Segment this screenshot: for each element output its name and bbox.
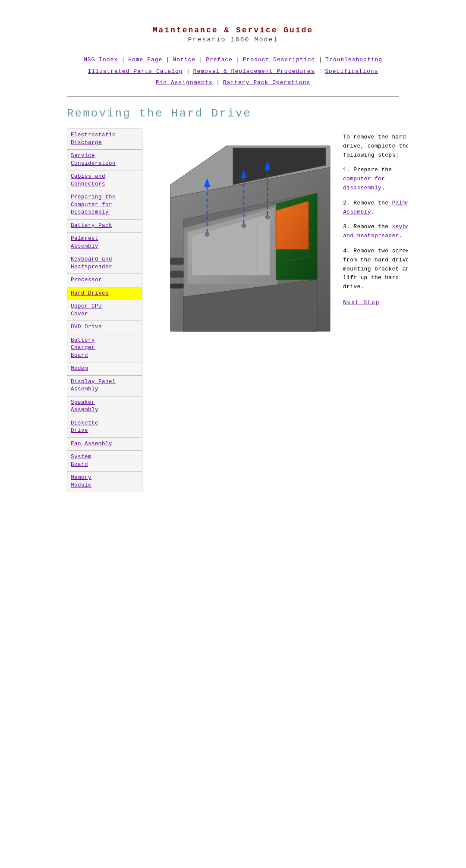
header: Maintenance & Service Guide Presario 166…: [67, 26, 399, 44]
sidebar-item-battery-pack[interactable]: Battery Pack: [67, 220, 142, 233]
svg-point-25: [265, 215, 270, 219]
sidebar-item-preparing-computer[interactable]: Preparing theComputer forDisassembly: [67, 191, 142, 220]
sidebar-item-upper-cpu-cover[interactable]: Upper CPUCover: [67, 300, 142, 321]
next-step-link[interactable]: Next Step: [343, 299, 380, 306]
step-3: 3. Remove the keyboard and heatspreader.: [343, 223, 408, 241]
svg-rect-27: [170, 258, 183, 264]
svg-point-22: [242, 223, 246, 228]
nav-msg-index[interactable]: MSG Index: [84, 57, 118, 63]
instructions-panel: To remove the hard drive, complete the f…: [341, 129, 408, 312]
sidebar-item-system-board[interactable]: SystemBoard: [67, 451, 142, 472]
sidebar-item-modem[interactable]: Modem: [67, 362, 142, 376]
next-step-container: Next Step: [343, 298, 408, 308]
nav-specifications[interactable]: Specifications: [325, 68, 378, 75]
instructions-intro: To remove the hard drive, complete the f…: [343, 133, 408, 160]
sidebar-item-display-panel[interactable]: Display PanelAssembly: [67, 376, 142, 396]
nav-notice[interactable]: Notice: [173, 57, 195, 63]
sidebar-item-hard-drives[interactable]: Hard Drives: [67, 287, 142, 301]
sub-title: Presario 1660 Model: [67, 36, 399, 44]
step-1: 1. Prepare the computer for disassembly.: [343, 166, 408, 192]
nav-illustrated-parts[interactable]: Illustrated Parts Catalog: [88, 68, 183, 75]
diagram-area: [142, 129, 341, 355]
step1-link[interactable]: computer for disassembly: [343, 176, 385, 191]
sidebar: ElectrostaticDischarge ServiceConsiderat…: [67, 129, 142, 492]
sidebar-item-keyboard-heatspreader[interactable]: Keyboard andHeatspreader: [67, 253, 142, 274]
svg-point-19: [205, 232, 209, 236]
sidebar-item-speaker[interactable]: SpeakerAssembly: [67, 396, 142, 417]
sidebar-item-diskette-drive[interactable]: DisketteDrive: [67, 417, 142, 438]
nav-pin-assignments[interactable]: Pin Assignments: [156, 79, 213, 86]
svg-rect-29: [170, 284, 183, 288]
sidebar-item-electrostatic[interactable]: ElectrostaticDischarge: [67, 129, 142, 150]
sidebar-item-palmrest[interactable]: PalmrestAssembly: [67, 233, 142, 253]
sidebar-item-fan-assembly[interactable]: Fan Assembly: [67, 438, 142, 451]
content-area: To remove the hard drive, complete the f…: [142, 129, 408, 355]
nav-home-page[interactable]: Home Page: [128, 57, 162, 63]
svg-rect-28: [170, 271, 183, 277]
divider: [67, 96, 399, 97]
main-title: Maintenance & Service Guide: [67, 26, 399, 35]
nav-preface[interactable]: Preface: [206, 57, 233, 63]
nav-removal-replacement[interactable]: Removal & Replacement Procedures: [193, 68, 315, 75]
sidebar-item-memory-module[interactable]: MemoryModule: [67, 472, 142, 492]
nav-battery-pack-operations[interactable]: Battery Pack Operations: [223, 79, 310, 86]
laptop-diagram: [149, 133, 334, 349]
sidebar-item-processor[interactable]: Processor: [67, 274, 142, 287]
nav-troubleshooting[interactable]: Troubleshooting: [325, 57, 382, 63]
main-layout: ElectrostaticDischarge ServiceConsiderat…: [67, 129, 399, 492]
sidebar-item-battery-charger[interactable]: BatteryChargerBoard: [67, 334, 142, 363]
page-title: Removing the Hard Drive: [67, 107, 399, 120]
sidebar-item-cables-connectors[interactable]: Cables andConnectors: [67, 170, 142, 191]
step-4: 4. Remove two screws from the hard drive…: [343, 247, 408, 292]
sidebar-item-service-consideration[interactable]: ServiceConsideration: [67, 150, 142, 170]
step-2: 2. Remove the Palmrest Assembly.: [343, 199, 408, 217]
nav-product-description[interactable]: Product Description: [243, 57, 315, 63]
sidebar-item-dvd-drive[interactable]: DVD Drive: [67, 321, 142, 334]
nav-bar: MSG Index | Home Page | Notice | Preface…: [67, 54, 399, 88]
